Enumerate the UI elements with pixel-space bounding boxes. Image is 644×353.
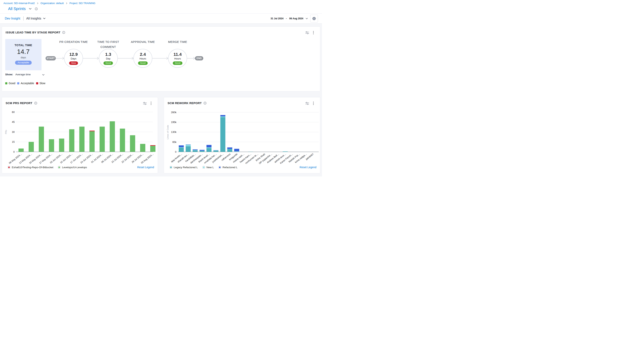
flow-end-pill: END: [195, 56, 203, 60]
svg-text:15: 15: [12, 140, 15, 143]
chevron-down-icon[interactable]: [42, 74, 45, 76]
flow-arrow: [118, 56, 134, 60]
info-icon[interactable]: [34, 102, 37, 105]
widget-filter-icon[interactable]: [305, 102, 309, 105]
legend-swatch: [17, 82, 19, 84]
stage-rating-badge: Good: [138, 62, 148, 65]
flow-start-pill: START: [46, 56, 56, 60]
legend-item[interactable]: New L: [202, 166, 214, 169]
legend-item[interactable]: Good: [5, 82, 15, 85]
card-title: SCM REWORK REPORT: [168, 102, 202, 105]
legend-label: Legacy Refactored L: [174, 166, 198, 169]
stage-label: MERGE TIME: [160, 40, 194, 44]
legend-label: Good: [9, 82, 15, 85]
scm-rework-chart: 065k130k195k260kLines of Codeajay-levelo…: [164, 97, 320, 173]
legend-swatch: [170, 166, 172, 168]
prs-chart-legend: Esha610/Testing-Repo-Of-BitbucketLevelop…: [8, 166, 154, 169]
legend-swatch: [58, 166, 60, 168]
stage-rating-badge: Slow: [69, 62, 78, 65]
flow-arrow: [83, 56, 99, 60]
settings-button[interactable]: [310, 15, 318, 22]
svg-text:60: 60: [12, 111, 15, 114]
legend-label: Acceptable: [21, 82, 34, 85]
divider: [23, 16, 24, 20]
svg-text:0: 0: [175, 150, 176, 153]
dashboard-content: ISSUE LEAD TIME BY STAGE REPORT TOTAL TI…: [0, 24, 322, 176]
insight-toolbar: Dev Insight All Insights 31 Jul 2024 - 0…: [0, 14, 322, 24]
chevron-right-icon: [36, 2, 39, 4]
legend-label: Refactored L: [222, 166, 238, 169]
legend-label: New L: [206, 166, 214, 169]
scm-prs-chart: 015304560PRs06 May 2024…13 May 2024…20 M…: [2, 97, 158, 173]
chevron-down-icon: [43, 17, 46, 20]
svg-text:45: 45: [12, 120, 15, 124]
svg-text:30: 30: [12, 130, 15, 134]
stage-label: APPROVAL TIME: [126, 40, 160, 44]
chevron-down-icon[interactable]: [28, 7, 32, 10]
breadcrumb-organization[interactable]: Organization: default: [40, 2, 64, 5]
legend-item[interactable]: Esha610/Testing-Repo-Of-Bitbucket: [8, 166, 53, 169]
show-selector: Show: Average time: [5, 73, 31, 76]
sprint-selector[interactable]: All Sprints: [8, 6, 26, 11]
breadcrumb: Account: SEI-Internal-Prod2 Organization…: [4, 2, 95, 5]
stage-value: 11.4: [174, 52, 182, 57]
date-range-picker[interactable]: 31 Jul 2024 - 06 Aug 2024: [271, 17, 308, 20]
flow-arrow: [152, 56, 168, 60]
legend-swatch: [5, 82, 7, 84]
show-label: Show:: [5, 73, 13, 76]
legend-swatch: [218, 166, 221, 168]
legend-swatch: [36, 82, 38, 84]
date-range-separator: -: [286, 17, 287, 20]
rework-chart-legend: Legacy Refactored LNew LRefactored LRese…: [170, 166, 316, 169]
insight-name[interactable]: Dev Insight: [5, 17, 20, 20]
legend-item[interactable]: Acceptable: [17, 82, 34, 85]
stage-unit: Hours: [174, 57, 181, 60]
breadcrumb-project[interactable]: Project: SEI TRAINING: [70, 2, 95, 5]
stage-circle: 1.3DayGood: [99, 49, 118, 68]
stage-circle: 11.4HoursGood: [168, 49, 187, 68]
reset-legend-link[interactable]: Reset Legend: [137, 166, 154, 169]
info-icon[interactable]: [204, 102, 206, 105]
stage-circle: 12.9DaysSlow: [64, 49, 83, 68]
sei-dashboard: Account: SEI-Internal-Prod2 Organization…: [0, 0, 322, 176]
svg-text:130k: 130k: [171, 130, 177, 134]
more-menu-icon[interactable]: [313, 102, 314, 105]
rating-legend: GoodAcceptableSlow: [5, 82, 47, 85]
breadcrumb-account[interactable]: Account: SEI-Internal-Prod2: [4, 2, 35, 5]
insights-dropdown[interactable]: All Insights: [26, 17, 46, 20]
svg-text:260k: 260k: [171, 111, 177, 114]
chevron-right-icon: [66, 2, 68, 4]
page-header: Account: SEI-Internal-Prod2 Organization…: [0, 0, 322, 14]
flow-arrow: [187, 56, 195, 60]
legend-item[interactable]: Refactored L: [218, 166, 238, 169]
legend-item[interactable]: Slow: [36, 82, 45, 85]
stage-value: 1.3: [105, 52, 111, 57]
svg-text:PRs: PRs: [5, 130, 7, 134]
svg-text:Lines of Code: Lines of Code: [166, 125, 169, 139]
stage-label: PR CREATION TIME: [56, 40, 90, 44]
stage-unit: Days: [71, 57, 76, 60]
date-range-start: 31 Jul 2024: [271, 17, 284, 20]
info-icon[interactable]: [35, 7, 38, 10]
stage-circle: 2.4HoursGood: [134, 49, 152, 68]
legend-label: Levelops/Ui-Levelops: [62, 166, 87, 169]
legend-item[interactable]: Legacy Refactored L: [170, 166, 198, 169]
legend-swatch: [202, 166, 205, 168]
issue-lead-time-card: ISSUE LEAD TIME BY STAGE REPORT TOTAL TI…: [2, 26, 320, 91]
widget-filter-icon[interactable]: [143, 102, 147, 105]
reset-legend-link[interactable]: Reset Legend: [300, 166, 316, 169]
svg-text:65k: 65k: [172, 140, 176, 144]
more-menu-icon[interactable]: [150, 102, 152, 105]
stage-rating-badge: Good: [173, 62, 182, 65]
svg-text:195k: 195k: [171, 121, 177, 124]
lead-time-flow: STARTPR CREATION TIME12.9DaysSlowTIME TO…: [2, 27, 320, 91]
stage-rating-badge: Good: [104, 62, 113, 65]
date-range-end: 06 Aug 2024: [290, 17, 304, 20]
show-value-select[interactable]: Average time: [16, 73, 31, 76]
stage-unit: Hours: [140, 57, 146, 60]
legend-swatch: [8, 166, 10, 168]
svg-text:0: 0: [13, 150, 15, 153]
stage-value: 2.4: [140, 52, 146, 57]
legend-item[interactable]: Levelops/Ui-Levelops: [58, 166, 87, 169]
scm-prs-card: 015304560PRs06 May 2024…13 May 2024…20 M…: [2, 97, 158, 174]
